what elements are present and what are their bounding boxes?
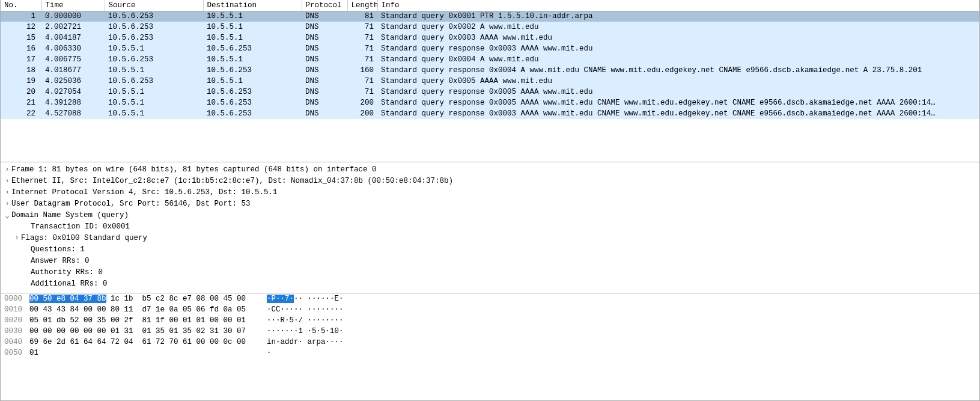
col-header-length[interactable]: Length: [347, 0, 377, 11]
hex-bytes: 05 01 db 52 00 35 00 2f 81 1f 00 01 01 0…: [29, 316, 267, 327]
hex-row[interactable]: 002005 01 db 52 00 35 00 2f 81 1f 00 01 …: [4, 316, 976, 327]
hex-offset: 0010: [4, 305, 29, 316]
detail-text: User Datagram Protocol, Src Port: 56146,…: [11, 200, 251, 208]
cell-time: 4.527088: [41, 108, 105, 119]
table-row[interactable]: 164.00633010.5.5.110.5.6.253DNS71Standar…: [1, 43, 979, 54]
detail-line[interactable]: ⌄Domain Name System (query): [1, 209, 979, 221]
chevron-right-icon[interactable]: ›: [3, 188, 11, 197]
cell-protocol: DNS: [302, 54, 347, 65]
hex-bytes: 00 50 e8 04 37 8b 1c 1b b5 c2 8c e7 08 0…: [29, 295, 267, 305]
hex-row[interactable]: 004069 6e 2d 61 64 64 72 04 61 72 70 61 …: [4, 338, 976, 349]
hex-dump-pane[interactable]: 000000 50 e8 04 37 8b 1c 1b b5 c2 8c e7 …: [0, 293, 980, 401]
cell-destination: 10.5.5.1: [203, 22, 302, 32]
cell-info: Standard query 0x0001 PTR 1.5.5.10.in-ad…: [377, 11, 979, 22]
cell-destination: 10.5.5.1: [203, 32, 302, 43]
cell-time: 4.018677: [41, 65, 105, 76]
col-header-info[interactable]: Info: [377, 0, 979, 11]
hex-bytes: 00 00 00 00 00 00 01 31 01 35 01 35 02 3…: [29, 327, 267, 338]
table-row[interactable]: 122.00272110.5.6.25310.5.5.1DNS71Standar…: [1, 22, 979, 32]
table-row[interactable]: 194.02503610.5.6.25310.5.5.1DNS71Standar…: [1, 76, 979, 87]
detail-text: Flags: 0x0100 Standard query: [21, 234, 147, 242]
detail-line[interactable]: Transaction ID: 0x0001: [1, 221, 979, 232]
table-row[interactable]: 184.01867710.5.5.110.5.6.253DNS160Standa…: [1, 65, 979, 76]
packet-list-pane: No. Time Source Destination Protocol Len…: [0, 0, 980, 162]
cell-length: 71: [347, 43, 377, 54]
hex-row[interactable]: 003000 00 00 00 00 00 01 31 01 35 01 35 …: [4, 327, 976, 338]
cell-protocol: DNS: [302, 108, 347, 119]
hex-row[interactable]: 000000 50 e8 04 37 8b 1c 1b b5 c2 8c e7 …: [4, 295, 976, 305]
chevron-right-icon[interactable]: ›: [13, 234, 21, 242]
cell-protocol: DNS: [302, 87, 347, 97]
table-row[interactable]: 214.39128810.5.5.110.5.6.253DNS200Standa…: [1, 97, 979, 108]
cell-protocol: DNS: [302, 97, 347, 108]
detail-text: Transaction ID: 0x0001: [31, 222, 130, 231]
cell-info: Standard query 0x0005 AAAA www.mit.edu: [377, 76, 979, 87]
detail-line[interactable]: ›Internet Protocol Version 4, Src: 10.5.…: [1, 186, 979, 198]
chevron-down-icon[interactable]: ⌄: [3, 210, 11, 220]
hex-ascii: in-addr· arpa····: [267, 338, 344, 349]
packet-table: No. Time Source Destination Protocol Len…: [1, 0, 979, 119]
cell-time: 4.391288: [41, 97, 105, 108]
table-row[interactable]: 154.00418710.5.6.25310.5.5.1DNS71Standar…: [1, 32, 979, 43]
cell-source: 10.5.6.253: [105, 54, 203, 65]
col-header-destination[interactable]: Destination: [203, 0, 302, 11]
hex-row[interactable]: 005001·: [4, 349, 976, 360]
cell-source: 10.5.5.1: [105, 97, 203, 108]
hex-row[interactable]: 001000 43 43 84 00 00 80 11 d7 1e 0a 05 …: [4, 305, 976, 316]
cell-length: 81: [347, 11, 377, 22]
detail-line[interactable]: ›Frame 1: 81 bytes on wire (648 bits), 8…: [1, 164, 979, 175]
cell-time: 4.004187: [41, 32, 105, 43]
detail-line[interactable]: Questions: 1: [1, 243, 979, 255]
cell-no: 1: [1, 11, 41, 22]
table-row[interactable]: 10.00000010.5.6.25310.5.5.1DNS81Standard…: [1, 11, 979, 22]
detail-line[interactable]: Answer RRs: 0: [1, 255, 979, 266]
cell-no: 20: [1, 87, 41, 97]
col-header-time[interactable]: Time: [41, 0, 105, 11]
cell-protocol: DNS: [302, 65, 347, 76]
detail-text: Authority RRs: 0: [31, 268, 103, 277]
cell-destination: 10.5.5.1: [203, 11, 302, 22]
cell-time: 4.006775: [41, 54, 105, 65]
cell-source: 10.5.5.1: [105, 65, 203, 76]
cell-source: 10.5.6.253: [105, 76, 203, 87]
detail-line[interactable]: ›Ethernet II, Src: IntelCor_c2:8c:e7 (1c…: [1, 175, 979, 186]
detail-line[interactable]: Authority RRs: 0: [1, 266, 979, 278]
cell-no: 12: [1, 22, 41, 32]
cell-info: Standard query response 0x0003 AAAA www.…: [377, 108, 979, 119]
hex-ascii: ·CC····· ········: [267, 305, 344, 316]
hex-ascii: ·······1 ·5·5·10·: [267, 327, 344, 338]
table-row[interactable]: 174.00677510.5.6.25310.5.5.1DNS71Standar…: [1, 54, 979, 65]
cell-source: 10.5.5.1: [105, 43, 203, 54]
cell-info: Standard query response 0x0003 AAAA www.…: [377, 43, 979, 54]
hex-ascii: ·: [267, 349, 272, 360]
cell-time: 4.025036: [41, 76, 105, 87]
cell-length: 71: [347, 54, 377, 65]
detail-line[interactable]: ›User Datagram Protocol, Src Port: 56146…: [1, 198, 979, 209]
cell-no: 19: [1, 76, 41, 87]
detail-line[interactable]: Additional RRs: 0: [1, 278, 979, 289]
detail-line[interactable]: ›Flags: 0x0100 Standard query: [1, 232, 979, 243]
hex-offset: 0040: [4, 338, 29, 349]
cell-destination: 10.5.6.253: [203, 43, 302, 54]
cell-info: Standard query response 0x0004 A www.mit…: [377, 65, 979, 76]
table-row[interactable]: 204.02705410.5.5.110.5.6.253DNS71Standar…: [1, 87, 979, 97]
chevron-right-icon[interactable]: ›: [3, 200, 11, 208]
cell-destination: 10.5.6.253: [203, 108, 302, 119]
cell-no: 22: [1, 108, 41, 119]
col-header-no[interactable]: No.: [1, 0, 41, 11]
table-row[interactable]: 224.52708810.5.5.110.5.6.253DNS200Standa…: [1, 108, 979, 119]
cell-length: 71: [347, 87, 377, 97]
cell-source: 10.5.5.1: [105, 108, 203, 119]
chevron-right-icon[interactable]: ›: [3, 165, 11, 174]
packet-details-pane[interactable]: ›Frame 1: 81 bytes on wire (648 bits), 8…: [0, 162, 980, 293]
chevron-right-icon[interactable]: ›: [3, 177, 11, 185]
col-header-protocol[interactable]: Protocol: [302, 0, 347, 11]
packet-header-row[interactable]: No. Time Source Destination Protocol Len…: [1, 0, 979, 11]
col-header-source[interactable]: Source: [105, 0, 203, 11]
cell-source: 10.5.6.253: [105, 32, 203, 43]
detail-text: Answer RRs: 0: [31, 257, 90, 265]
cell-info: Standard query response 0x0005 AAAA www.…: [377, 87, 979, 97]
cell-protocol: DNS: [302, 32, 347, 43]
cell-no: 18: [1, 65, 41, 76]
detail-text: Additional RRs: 0: [31, 280, 108, 288]
